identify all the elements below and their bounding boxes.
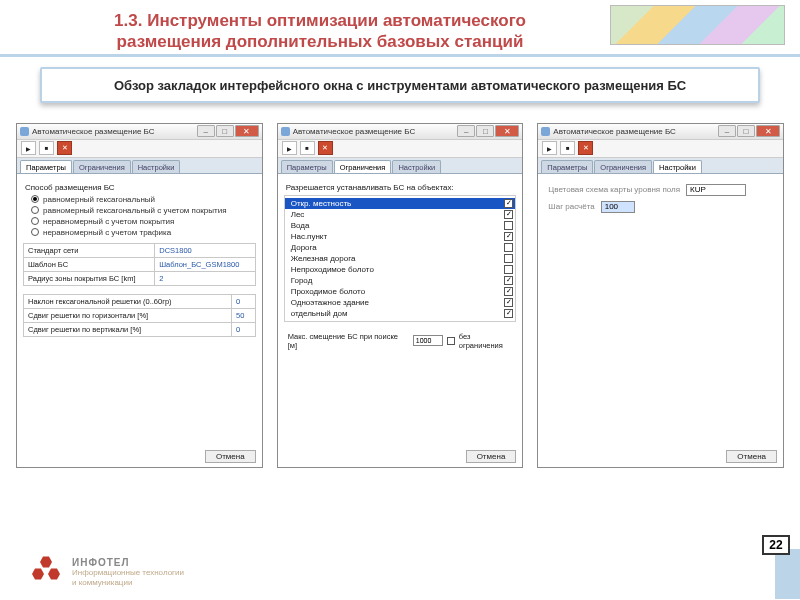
param-row: Шаблон БСШаблон_БС_GSM1800 [24, 257, 256, 271]
placement-radio[interactable]: равномерный гексагональный с учетом покр… [31, 206, 256, 215]
cancel-button[interactable]: Отмена [466, 450, 517, 463]
maximize-button[interactable]: □ [216, 125, 234, 137]
window-title: Автоматическое размещение БС [32, 127, 155, 136]
titlebar: Автоматическое размещение БС – □ ✕ [17, 124, 262, 140]
app-icon [281, 127, 290, 136]
checkbox-icon[interactable] [504, 221, 513, 230]
window-constraints: Автоматическое размещение БС – □ ✕ Парам… [277, 123, 524, 468]
window-params: Автоматическое размещение БС – □ ✕ Парам… [16, 123, 263, 468]
param-key: Стандарт сети [24, 243, 155, 257]
minimize-button[interactable]: – [457, 125, 475, 137]
checkbox-icon[interactable] [504, 309, 513, 318]
radio-label: неравномерный с учетом трафика [43, 228, 171, 237]
param-value[interactable]: 2 [155, 271, 255, 285]
tab-settings[interactable]: Настройки [132, 160, 181, 173]
params-table-top: Стандарт сетиDCS1800Шаблон БСШаблон_БС_G… [23, 243, 256, 286]
clear-button[interactable] [57, 141, 72, 155]
stop-button[interactable] [300, 141, 315, 155]
maximize-button[interactable]: □ [737, 125, 755, 137]
close-button[interactable]: ✕ [495, 125, 519, 137]
tab-params[interactable]: Параметры [281, 160, 333, 173]
run-button[interactable] [282, 141, 297, 155]
object-check-row[interactable]: Откр. местность [285, 198, 516, 209]
object-label: Лес [291, 210, 305, 219]
unlimited-label: без ограничения [459, 332, 517, 350]
placement-mode-label: Способ размещения БС [25, 183, 256, 192]
radio-label: равномерный гексагональный с учетом покр… [43, 206, 227, 215]
object-check-row[interactable]: Город [285, 275, 516, 286]
minimize-button[interactable]: – [197, 125, 215, 137]
placement-radio[interactable]: неравномерный с учетом покрытия [31, 217, 256, 226]
unlimited-checkbox[interactable] [447, 337, 455, 345]
run-button[interactable] [21, 141, 36, 155]
object-check-row[interactable]: Одноэтажное здание [285, 297, 516, 308]
checkbox-icon[interactable] [504, 254, 513, 263]
minimize-button[interactable]: – [718, 125, 736, 137]
checkbox-icon[interactable] [504, 287, 513, 296]
window-settings: Автоматическое размещение БС – □ ✕ Парам… [537, 123, 784, 468]
maximize-button[interactable]: □ [476, 125, 494, 137]
checkbox-icon[interactable] [504, 243, 513, 252]
radio-label: неравномерный с учетом покрытия [43, 217, 174, 226]
brand-tagline1: Информационные технологии [72, 568, 184, 578]
object-check-row[interactable]: Лес [285, 209, 516, 220]
tabs: Параметры Ограничения Настройки [17, 158, 262, 174]
checkbox-icon[interactable] [504, 232, 513, 241]
setting-input[interactable] [601, 201, 635, 213]
placement-radio[interactable]: равномерный гексагональный [31, 195, 256, 204]
tab-constraints[interactable]: Ограничения [334, 160, 392, 173]
param-value[interactable]: 0 [232, 322, 256, 336]
object-check-row[interactable]: Дорога [285, 242, 516, 253]
cancel-button[interactable]: Отмена [726, 450, 777, 463]
object-label: Город [291, 276, 313, 285]
tab-settings[interactable]: Настройки [653, 160, 702, 173]
param-row: Стандарт сетиDCS1800 [24, 243, 256, 257]
param-key: Сдвиг решетки по вертикали [%] [24, 322, 232, 336]
stop-button[interactable] [39, 141, 54, 155]
placement-radio[interactable]: неравномерный с учетом трафика [31, 228, 256, 237]
offset-row: Макс. смещение БС при поиске [м] без огр… [284, 332, 517, 350]
close-button[interactable]: ✕ [756, 125, 780, 137]
object-check-row[interactable]: Нас.пункт [285, 231, 516, 242]
footer-accent [775, 549, 800, 599]
radio-icon [31, 206, 39, 214]
radio-icon [31, 217, 39, 225]
setting-row: Шаг расчёта [548, 201, 777, 213]
param-key: Сдвиг решетки по горизонтали [%] [24, 308, 232, 322]
clear-button[interactable] [578, 141, 593, 155]
cancel-button[interactable]: Отмена [205, 450, 256, 463]
radio-icon [31, 228, 39, 236]
allow-objects-label: Разрешается устанавливать БС на объектах… [286, 183, 517, 192]
subtitle-bar: Обзор закладок интерфейсного окна с инст… [40, 67, 760, 103]
checkbox-icon[interactable] [504, 210, 513, 219]
logo-icon [30, 556, 62, 588]
param-value[interactable]: Шаблон_БС_GSM1800 [155, 257, 255, 271]
object-check-row[interactable]: Железная дорога [285, 253, 516, 264]
tab-settings[interactable]: Настройки [392, 160, 441, 173]
param-value[interactable]: DCS1800 [155, 243, 255, 257]
panel-constraints: Разрешается устанавливать БС на объектах… [278, 174, 523, 467]
object-check-row[interactable]: Проходимое болото [285, 286, 516, 297]
checkbox-icon[interactable] [504, 265, 513, 274]
tab-params[interactable]: Параметры [541, 160, 593, 173]
checkbox-icon[interactable] [504, 276, 513, 285]
tab-params[interactable]: Параметры [20, 160, 72, 173]
tab-constraints[interactable]: Ограничения [594, 160, 652, 173]
stop-button[interactable] [560, 141, 575, 155]
param-value[interactable]: 50 [232, 308, 256, 322]
divider [0, 54, 800, 57]
clear-button[interactable] [318, 141, 333, 155]
setting-input[interactable] [686, 184, 746, 196]
param-value[interactable]: 0 [232, 294, 256, 308]
checkbox-icon[interactable] [504, 298, 513, 307]
close-button[interactable]: ✕ [235, 125, 259, 137]
checkbox-icon[interactable] [504, 199, 513, 208]
object-check-row[interactable]: отдельный дом [285, 308, 516, 319]
param-key: Шаблон БС [24, 257, 155, 271]
offset-input[interactable] [413, 335, 443, 346]
run-button[interactable] [542, 141, 557, 155]
object-check-row[interactable]: Вода [285, 220, 516, 231]
object-check-row[interactable]: Непроходимое болото [285, 264, 516, 275]
radio-icon [31, 195, 39, 203]
tab-constraints[interactable]: Ограничения [73, 160, 131, 173]
